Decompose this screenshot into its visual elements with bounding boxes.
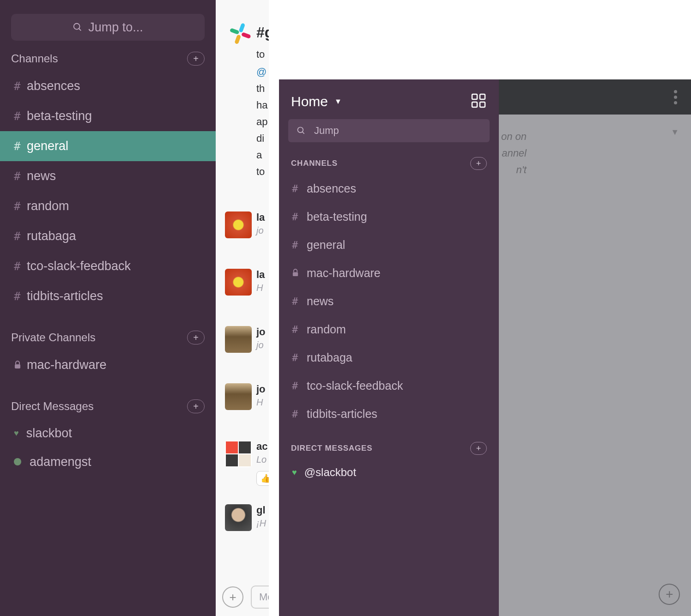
channel-label: mac-hardware [307,266,381,280]
mobile-channel-news[interactable]: #news [279,287,499,315]
mobile-channels-title[interactable]: CHANNELS [291,159,338,168]
channel-label: news [307,295,333,308]
username-fragment[interactable]: ac [256,441,267,453]
avatar[interactable] [225,269,252,296]
caret-down-icon: ▼ [334,97,342,106]
mobile-channel-absences[interactable]: #absences [279,175,499,203]
mobile-channel-mac-hardware[interactable]: mac-hardware [279,259,499,287]
compose-attach-button[interactable]: + [222,586,243,608]
username-fragment[interactable]: la [256,269,265,281]
svg-point-11 [298,127,303,133]
text-fragment: to [256,163,265,180]
mobile-channel-tidbits-articles[interactable]: #tidbits-articles [279,400,499,428]
username-fragment[interactable]: la [256,211,265,223]
username-fragment[interactable]: jo [256,326,266,338]
mention-fragment[interactable]: @ [256,64,267,80]
avatar[interactable] [225,326,252,353]
channel-label: tidbits-articles [307,407,377,421]
dimmed-text-fragment: annel [499,145,527,162]
dimmed-text-fragment: n't [499,162,527,178]
chevron-down-icon[interactable]: ▼ [671,127,679,137]
avatar[interactable] [225,504,252,531]
channel-label: beta-testing [27,109,92,123]
text-fragment: to [256,46,265,63]
svg-rect-13 [293,272,298,276]
hash-icon: # [14,200,27,213]
mobile-add-channel-button[interactable]: + [470,157,487,170]
heart-icon: ♥ [14,429,19,438]
hash-icon: # [14,140,27,153]
dimmed-text-fragment: on on [499,128,527,145]
channel-tidbits-articles[interactable]: #tidbits-articles [0,281,216,311]
add-private-channel-button[interactable]: + [187,331,205,344]
channel-label: rutabaga [27,229,76,243]
mobile-channel-tco-slack-feedback[interactable]: #tco-slack-feedback [279,372,499,400]
text-fragment: ha [256,97,267,114]
svg-rect-9 [472,102,477,107]
svg-rect-2 [15,364,20,368]
text-fragment: a [256,147,262,163]
channel-news[interactable]: #news [0,161,216,191]
text-fragment: ap [256,114,267,130]
private-channel-mac-hardware[interactable]: mac-hardware [0,350,216,380]
mobile-channel-random[interactable]: #random [279,315,499,344]
avatar[interactable] [225,441,252,467]
hash-icon: # [14,230,27,243]
channel-label: absences [307,182,356,195]
dm-adamengst[interactable]: adamengst [0,447,216,476]
dm-label: @slackbot [304,466,356,479]
add-channel-button[interactable]: + [187,52,205,66]
kebab-menu-icon[interactable] [674,88,677,107]
channels-title[interactable]: Channels [11,52,58,65]
jump-to-box[interactable]: Jump to... [11,14,205,41]
channel-general[interactable]: #general [0,131,216,161]
presence-indicator-icon [14,458,21,465]
hash-icon: # [292,380,307,392]
mobile-channel-rutabaga[interactable]: #rutabaga [279,344,499,372]
channel-absences[interactable]: #absences [0,71,216,101]
reaction-chip[interactable]: 👍 [256,471,269,486]
text-fragment: th [256,80,265,97]
svg-rect-3 [238,23,245,33]
channel-rutabaga[interactable]: #rutabaga [0,221,216,251]
mobile-jump-box[interactable]: Jump [288,119,490,142]
dm-title[interactable]: Direct Messages [11,400,94,413]
hash-icon: # [292,324,307,335]
mobile-channel-beta-testing[interactable]: #beta-testing [279,203,499,231]
mobile-jump-label: Jump [314,125,339,137]
svg-rect-10 [480,102,485,107]
dm-slackbot[interactable]: ♥slackbot [0,419,216,447]
mobile-add-dm-button[interactable]: + [470,442,487,455]
hash-icon: # [292,183,307,194]
hash-icon: # [292,408,307,420]
message-fragment: H [256,283,263,293]
svg-point-0 [74,24,80,30]
svg-rect-6 [241,32,251,39]
message-fragment: ¡H [256,518,266,529]
message-fragment: H [256,397,263,408]
username-fragment[interactable]: jo [256,383,266,395]
channel-tco-slack-feedback[interactable]: #tco-slack-feedback [0,251,216,281]
add-dm-button[interactable]: + [187,399,205,413]
username-fragment[interactable]: gl [256,504,266,516]
channel-beta-testing[interactable]: #beta-testing [0,101,216,131]
hash-icon: # [14,110,27,123]
home-dropdown[interactable]: Home ▼ [291,94,342,109]
channel-label: rutabaga [307,351,352,364]
avatar[interactable] [225,211,252,238]
hash-icon: # [292,211,307,223]
hash-icon: # [14,290,27,303]
svg-rect-8 [480,94,485,99]
private-channels-section-header: Private Channels + [0,331,216,344]
mobile-dm[interactable]: ♥@slackbot [279,459,499,485]
private-channels-title[interactable]: Private Channels [11,331,96,344]
mobile-dms-title[interactable]: DIRECT MESSAGES [291,444,372,453]
hash-icon: # [292,296,307,307]
channel-random[interactable]: #random [0,191,216,221]
mobile-channel-general[interactable]: #general [279,231,499,259]
compose-input[interactable]: Mes [251,586,269,609]
mobile-compose-button[interactable]: + [659,584,680,605]
message-fragment: jo [256,225,264,236]
grid-icon[interactable] [470,92,487,111]
avatar[interactable] [225,383,252,410]
